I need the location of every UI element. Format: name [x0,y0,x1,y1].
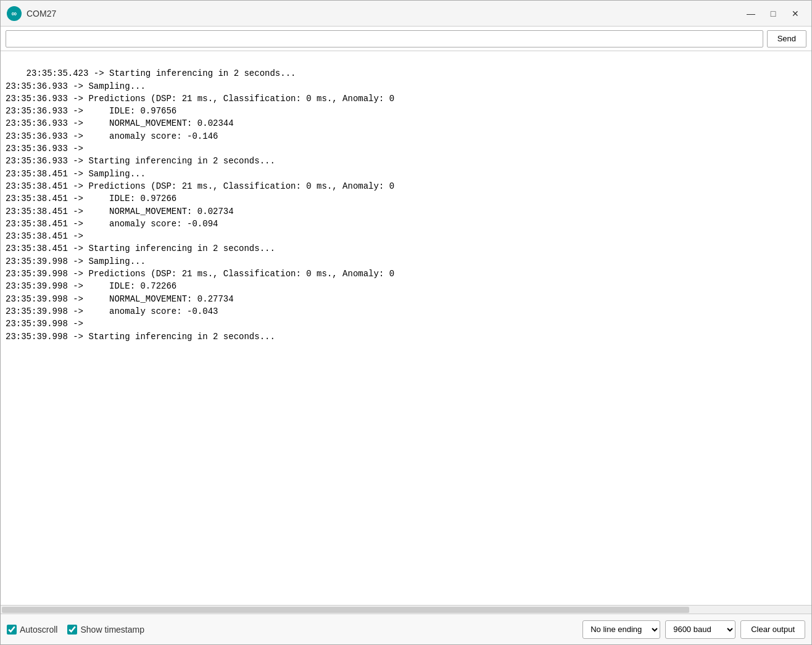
h-scrollbar-track [2,607,810,613]
autoscroll-text: Autoscroll [20,625,57,635]
horizontal-scrollbar[interactable] [1,605,811,614]
h-scrollbar-thumb [2,607,689,613]
send-bar: Send [1,27,811,51]
title-bar-left: ∞ COM27 [7,6,56,21]
autoscroll-label[interactable]: Autoscroll [7,625,57,635]
message-input[interactable] [6,30,763,47]
output-area: 23:35:35.423 -> Starting inferencing in … [1,51,811,605]
main-window: ∞ COM27 — □ ✕ Send 23:35:35.423 -> Start… [0,0,812,645]
maximize-button[interactable]: □ [763,5,783,22]
baud-rate-select[interactable]: 300 baud1200 baud2400 baud4800 baud9600 … [665,620,735,639]
close-button[interactable]: ✕ [785,5,805,22]
status-bar: Autoscroll Show timestamp No line ending… [1,614,811,644]
autoscroll-checkbox[interactable] [7,625,17,635]
send-button[interactable]: Send [767,30,806,47]
show-timestamp-label[interactable]: Show timestamp [67,625,144,635]
show-timestamp-text: Show timestamp [80,625,144,635]
status-left: Autoscroll Show timestamp [7,625,573,635]
show-timestamp-checkbox[interactable] [67,625,77,635]
clear-output-button[interactable]: Clear output [740,620,805,639]
serial-output[interactable]: 23:35:35.423 -> Starting inferencing in … [1,51,811,605]
arduino-logo-icon: ∞ [7,6,22,21]
title-bar: ∞ COM27 — □ ✕ [1,1,811,27]
status-right: No line endingNewlineCarriage returnBoth… [582,620,805,639]
window-controls: — □ ✕ [741,5,805,22]
minimize-button[interactable]: — [741,5,761,22]
line-ending-select[interactable]: No line endingNewlineCarriage returnBoth… [582,620,660,639]
window-title: COM27 [27,9,56,18]
